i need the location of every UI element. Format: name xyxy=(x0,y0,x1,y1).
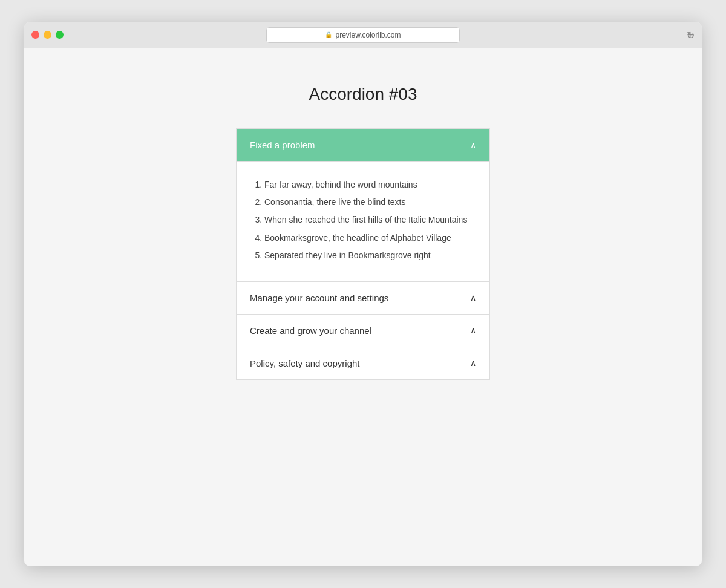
close-button[interactable] xyxy=(31,31,39,39)
accordion-header-3[interactable]: Create and grow your channel∧ xyxy=(237,315,489,347)
chevron-icon-2: ∧ xyxy=(470,293,476,302)
accordion: Fixed a problem∧Far far away, behind the… xyxy=(236,128,490,380)
lock-icon: 🔒 xyxy=(325,31,332,38)
accordion-item-2: Manage your account and settings∧ xyxy=(236,282,490,315)
list-item: Far far away, behind the word mountains xyxy=(264,176,471,194)
accordion-title-3: Create and grow your channel xyxy=(250,325,371,336)
accordion-title-1: Fixed a problem xyxy=(250,140,315,150)
browser-titlebar: 🔒 preview.colorlib.com ↻ + xyxy=(24,22,702,48)
chevron-icon-4: ∧ xyxy=(470,358,476,368)
chevron-icon-1: ∧ xyxy=(470,140,476,150)
accordion-body-1: Far far away, behind the word mountainsC… xyxy=(237,161,489,281)
accordion-item-3: Create and grow your channel∧ xyxy=(236,315,490,347)
list-item: Separated they live in Bookmarksgrove ri… xyxy=(264,247,471,264)
list-item: Consonantia, there live the blind texts xyxy=(264,194,471,211)
address-bar[interactable]: 🔒 preview.colorlib.com xyxy=(266,27,460,43)
browser-window: 🔒 preview.colorlib.com ↻ + Accordion #03… xyxy=(24,22,702,566)
accordion-title-4: Policy, safety and copyright xyxy=(250,358,359,368)
accordion-header-2[interactable]: Manage your account and settings∧ xyxy=(237,282,489,314)
new-tab-button[interactable]: + xyxy=(687,28,693,41)
accordion-title-2: Manage your account and settings xyxy=(250,293,388,303)
accordion-item-4: Policy, safety and copyright∧ xyxy=(236,347,490,380)
accordion-item-1: Fixed a problem∧Far far away, behind the… xyxy=(236,128,490,282)
page-title: Accordion #03 xyxy=(309,85,417,104)
list-item: Bookmarksgrove, the headline of Alphabet… xyxy=(264,229,471,247)
list-item: When she reached the first hills of the … xyxy=(264,211,471,229)
chevron-icon-3: ∧ xyxy=(470,325,476,335)
minimize-button[interactable] xyxy=(44,31,51,39)
accordion-header-1[interactable]: Fixed a problem∧ xyxy=(237,129,489,161)
url-text: preview.colorlib.com xyxy=(335,31,401,39)
browser-content: Accordion #03 Fixed a problem∧Far far aw… xyxy=(24,48,702,566)
traffic-lights xyxy=(31,31,64,39)
accordion-header-4[interactable]: Policy, safety and copyright∧ xyxy=(237,347,489,379)
maximize-button[interactable] xyxy=(56,31,64,39)
